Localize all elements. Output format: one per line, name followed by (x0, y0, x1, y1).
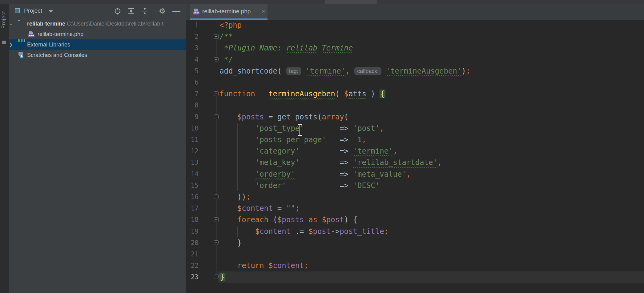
code-line-23[interactable]: 23} (186, 271, 644, 283)
token-str: 'meta_key' (255, 158, 300, 167)
chevron-down-icon[interactable]: ⌄ (9, 21, 14, 26)
folder-icon (18, 21, 24, 26)
close-tab-icon[interactable]: × (262, 8, 265, 15)
fold-end-icon[interactable] (214, 275, 219, 279)
token-pl: => (326, 135, 353, 144)
code-text: /** (219, 31, 233, 42)
ide-window: Project Project (0, 0, 644, 293)
token-fn: get_posts (277, 113, 317, 121)
line-number: 5 (186, 66, 199, 77)
token-kw: array (322, 113, 344, 121)
token-var: content (273, 261, 304, 270)
code-editor[interactable]: 1<?php2/**3 *Plugin Name: relilab Termin… (186, 20, 644, 293)
code-line-20[interactable]: 20 } (186, 237, 644, 249)
code-line-12[interactable]: 12 'category' => 'termine', (186, 146, 644, 157)
tree-item-label: External Libraries (27, 39, 70, 50)
chevron-right-icon[interactable]: ❯ (9, 42, 14, 47)
token-pl (301, 67, 305, 75)
current-line-highlight (218, 271, 644, 283)
code-line-7[interactable]: 7function termineAusgeben( $atts ) { (186, 88, 644, 100)
code-text: add_shortcode( tag: 'termine', callback:… (219, 66, 470, 77)
code-text: return $content; (219, 260, 308, 271)
code-line-13[interactable]: 13 'meta_key' => 'relilab_startdate', (186, 157, 644, 168)
token-kw: function (219, 90, 255, 98)
settings-gear-icon[interactable]: ⚙ (159, 7, 166, 15)
token-dol: $ (308, 227, 313, 236)
token-cmtw: Termine (322, 44, 353, 52)
code-line-14[interactable]: 14 'orderby' => 'meta_value', (186, 169, 644, 180)
hide-panel-icon[interactable]: — (172, 7, 180, 15)
fold-region-line (216, 39, 216, 57)
line-number: 22 (186, 260, 199, 271)
token-pl (264, 261, 268, 270)
token-pl: ( (335, 90, 344, 98)
collapse-all-icon[interactable] (141, 7, 148, 15)
code-text: <?php (219, 20, 242, 31)
parameter-hint: tag: (286, 67, 301, 75)
token-po: ; (295, 204, 300, 213)
token-str: 'order' (255, 181, 286, 190)
editor-tab[interactable]: PHP relilab-termine.php × (190, 4, 268, 18)
project-tree: ⌄relilab-termine C:\Users\Daniel\Desktop… (9, 18, 186, 60)
token-dol: $ (237, 113, 242, 121)
tree-item-root-folder[interactable]: ⌄relilab-termine C:\Users\Daniel\Desktop… (9, 18, 186, 29)
token-pl: => (295, 170, 353, 179)
fold-end-icon[interactable] (214, 240, 219, 245)
code-line-21[interactable]: 21 (186, 249, 644, 260)
code-line-3[interactable]: 3 *Plugin Name: relilab Termine (186, 42, 644, 54)
code-line-17[interactable]: 17 $content = ""; (186, 203, 644, 214)
code-line-22[interactable]: 22 return $content; (186, 260, 644, 271)
code-line-10[interactable]: 10 'post_type' => 'post', (186, 123, 644, 134)
token-cmt: /** (219, 32, 233, 41)
code-line-4[interactable]: 4 */ (186, 54, 644, 66)
fold-collapse-icon[interactable] (214, 34, 219, 39)
token-pl: ( (344, 113, 348, 121)
fold-region-line (216, 96, 216, 275)
expand-all-icon[interactable] (127, 7, 135, 15)
fold-end-icon[interactable] (214, 57, 219, 62)
code-text: )); (219, 191, 251, 203)
code-line-15[interactable]: 15 'order' => 'DESC' (186, 180, 644, 191)
line-number: 2 (186, 31, 199, 42)
project-panel-title[interactable]: Project (24, 7, 42, 14)
chevron-down-icon[interactable] (49, 10, 53, 13)
tree-item-php-file[interactable]: PHPrelilab-termine.php (9, 29, 186, 39)
stripe-tool-icon[interactable] (2, 41, 6, 44)
token-dol: $ (237, 204, 242, 213)
code-line-11[interactable]: 11 'posts_per_page' => -1, (186, 134, 644, 146)
token-pl (381, 67, 386, 75)
stripe-project-button[interactable]: Project (1, 11, 6, 29)
fold-end-icon[interactable] (214, 195, 219, 199)
code-text: } (219, 237, 242, 249)
token-pl: ) (366, 90, 380, 98)
fold-collapse-icon[interactable] (214, 114, 219, 119)
code-line-18[interactable]: 18 foreach ($posts as $post) { (186, 214, 644, 226)
tree-item-scratches[interactable]: Scratches and Consoles (9, 50, 186, 60)
line-number: 18 (186, 214, 199, 226)
token-br: { (380, 90, 385, 98)
code-line-16[interactable]: 16 )); (186, 191, 644, 203)
code-line-5[interactable]: 5add_shortcode( tag: 'termine', callback… (186, 66, 644, 77)
token-po: ; (466, 67, 470, 75)
code-line-19[interactable]: 19 $content .= $post->post_title; (186, 226, 644, 237)
code-line-8[interactable]: 8 (186, 100, 644, 111)
token-pl: .= (291, 227, 308, 236)
code-line-6[interactable]: 6 (186, 77, 644, 88)
toolbar-divider (154, 7, 154, 15)
code-line-9[interactable]: 9 $posts = get_posts(array( (186, 111, 644, 123)
token-pl (219, 215, 237, 224)
line-number: 9 (186, 111, 199, 123)
token-var: posts (242, 113, 264, 121)
line-number: 16 (186, 191, 199, 203)
token-dol: $ (277, 215, 282, 224)
fold-collapse-icon[interactable] (214, 217, 219, 222)
locate-icon[interactable] (114, 7, 121, 15)
tree-item-path: C:\Users\Daniel\Desktop\relilab\relilab-… (65, 21, 163, 27)
fold-collapse-icon[interactable] (214, 91, 219, 96)
tree-item-external-libraries[interactable]: ❯External Libraries (9, 39, 186, 50)
code-line-1[interactable]: 1<?php (186, 20, 644, 31)
token-dol: $ (344, 90, 348, 98)
token-pl: => (300, 158, 353, 167)
code-line-2[interactable]: 2/** (186, 31, 644, 42)
token-var: content (260, 227, 291, 236)
